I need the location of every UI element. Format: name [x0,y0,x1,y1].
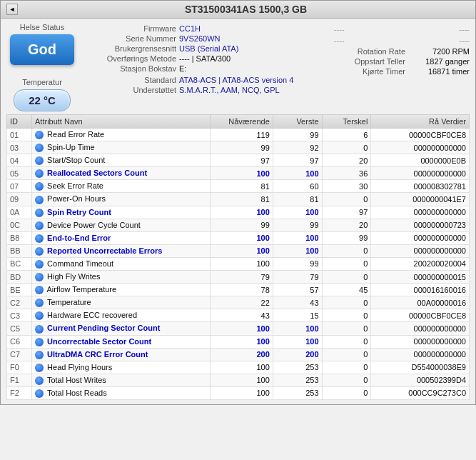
cell-worst: 99 [273,129,322,141]
table-row: C3 Hardware ECC recovered 43 15 0 00000C… [7,309,470,322]
status-icon [35,196,44,204]
status-icon [35,182,44,191]
cell-threshold: 0 [322,386,371,399]
cell-name: UltraDMA CRC Error Count [32,348,211,361]
cell-current: 78 [211,284,273,296]
cell-name: Reported Uncorrectable Errors [32,244,211,257]
col-raw: Rå Verdier [371,115,470,129]
table-row: 09 Power-On Hours 81 81 0 0000000041E7 [7,193,470,206]
cell-raw: 00000CBF0CE8 [371,129,470,141]
status-icon [35,221,44,230]
cell-name: Airflow Temperature [32,284,211,296]
back-button[interactable]: ◄ [6,4,18,15]
cell-threshold: 97 [322,206,371,219]
cell-name: Uncorrectable Sector Count [32,335,211,348]
table-row: 0A Spin Retry Count 100 100 97 000000000… [7,206,470,219]
cell-threshold: 0 [322,322,371,335]
table-row: 07 Seek Error Rate 81 60 30 000008302781 [7,180,470,193]
status-icon [35,351,44,359]
cell-name: Read Error Rate [32,129,211,141]
table-row: F2 Total Host Reads 100 253 0 000CC9C273… [7,386,470,399]
status-icon [35,131,44,139]
table-row: C5 Current Pending Sector Count 100 100 … [7,322,470,335]
cell-worst: 15 [273,309,322,322]
cell-current: 100 [211,386,273,399]
main-content: Helse Status God Temperatur 22 °C Firmwa… [1,19,475,404]
table-row: 03 Spin-Up Time 99 92 0 000000000000 [7,141,470,154]
cell-current: 100 [211,361,273,374]
cell-raw: 000000000000 [371,206,470,219]
cell-name: Head Flying Hours [32,361,211,374]
cell-raw: 000000000000 [371,231,470,244]
cell-id: C3 [7,309,32,322]
cell-current: 100 [211,231,273,244]
cell-worst: 100 [273,206,322,219]
cell-current: 100 [211,257,273,270]
cell-id: C2 [7,296,32,309]
transfer-value: ---- | SATA/300 [179,54,231,63]
status-icon [35,338,44,346]
cell-id: F2 [7,386,32,399]
status-icon [35,144,44,152]
drive-letter-row: Stasjon Bokstav E: [83,64,328,73]
cell-threshold: 0 [322,257,371,270]
cell-name: Total Host Reads [32,386,211,399]
cell-worst: 200 [273,348,322,361]
status-badge: God [10,34,74,65]
cell-name: Reallocated Sectors Count [32,167,211,180]
interface-row: Brukergrensesnitt USB (Serial ATA) [83,44,328,53]
cell-name: Temperature [32,296,211,309]
cell-raw: 0000000E0B [371,154,470,167]
cell-threshold: 0 [322,335,371,348]
table-row: BB Reported Uncorrectable Errors 100 100… [7,244,470,257]
startup-value: 1827 ganger [425,57,470,66]
standard-value: ATA8-ACS | ATA8-ACS version 4 [179,76,293,84]
cell-name: Current Pending Sector Count [32,322,211,335]
cell-threshold: 0 [322,361,371,374]
cell-worst: 57 [273,284,322,296]
cell-id: 05 [7,167,32,180]
cell-name: Command Timeout [32,257,211,270]
cell-threshold: 0 [322,309,371,322]
cell-current: 22 [211,296,273,309]
serial-row: Serie Nummer 9VS260WN [83,34,328,43]
cell-threshold: 0 [322,244,371,257]
table-row: BC Command Timeout 100 99 0 200200020004 [7,257,470,270]
cell-threshold: 0 [322,141,371,154]
cell-current: 99 [211,219,273,231]
left-panel: Helse Status God Temperatur 22 °C [6,23,78,111]
table-row: 0C Device Power Cycle Count 99 99 20 000… [7,219,470,231]
table-body: 01 Read Error Rate 119 99 6 00000CBF0CE8… [7,129,470,400]
cell-current: 100 [211,167,273,180]
status-icon [35,247,44,256]
cell-threshold: 20 [322,154,371,167]
table-row: 05 Reallocated Sectors Count 100 100 36 … [7,167,470,180]
cell-worst: 81 [273,193,322,206]
cell-worst: 253 [273,386,322,399]
cell-name: Seek Error Rate [32,180,211,193]
cell-current: 100 [211,374,273,386]
cell-id: 03 [7,141,32,154]
cell-raw: 000000000000 [371,244,470,257]
rotation-label: Rotation Rate [334,47,405,56]
cell-threshold: 0 [322,271,371,284]
status-icon [35,234,44,243]
cell-threshold: 0 [322,193,371,206]
cell-raw: 000008302781 [371,180,470,193]
temp-value: 22 °C [14,89,71,111]
cell-threshold: 20 [322,219,371,231]
table-row: F0 Head Flying Hours 100 253 0 D55400003… [7,361,470,374]
table-row: BD High Fly Writes 79 79 0 000000000015 [7,271,470,284]
cell-current: 100 [211,322,273,335]
cell-current: 97 [211,154,273,167]
cell-threshold: 0 [322,348,371,361]
status-icon [35,376,44,385]
cell-id: 0C [7,219,32,231]
cell-current: 200 [211,348,273,361]
table-row: 01 Read Error Rate 119 99 6 00000CBF0CE8 [7,129,470,141]
col-worst: Verste [273,115,322,129]
dash2: ---- [459,25,470,34]
cell-id: 0A [7,206,32,219]
cell-worst: 253 [273,361,322,374]
cell-id: 04 [7,154,32,167]
